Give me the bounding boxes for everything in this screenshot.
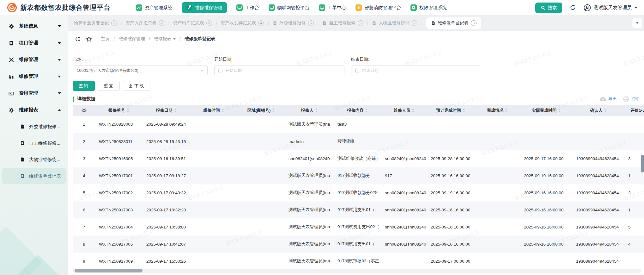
nav-item-6[interactable]: 智慧消防管理平台 — [355, 4, 401, 11]
favorite-star-icon[interactable] — [86, 36, 92, 42]
cell: 测试版天农管理员(tna — [285, 218, 334, 235]
tab-5[interactable]: 外委维修报修5 — [273, 20, 314, 26]
nav-item-3[interactable]: 工作台 — [236, 4, 259, 11]
cell — [427, 116, 474, 133]
download-button[interactable]: 下载 — [123, 81, 150, 91]
chevron-down-icon — [58, 42, 61, 44]
sort-icon[interactable] — [558, 109, 561, 112]
start-date-input[interactable] — [225, 68, 341, 73]
horizontal-scrollbar-thumb[interactable] — [75, 269, 143, 272]
user-menu[interactable]: 测试版天农管理员 — [584, 4, 637, 11]
cell: snn082401(snn08240 — [285, 150, 334, 167]
refresh-icon[interactable] — [570, 4, 576, 11]
table-row[interactable]: 7WXTN2509170042025-09-17 10:38:00测试版天农管理… — [73, 218, 644, 235]
nav-item-2[interactable]: 维修维保管理 — [182, 2, 227, 13]
cell: 啛啛喳喳 — [334, 133, 381, 150]
export-link[interactable]: 导出 — [599, 96, 617, 102]
sort-icon[interactable] — [315, 109, 318, 112]
sort-icon[interactable] — [505, 109, 507, 112]
column-header-8[interactable]: 预计完成时间 — [427, 105, 474, 116]
vertical-scrollbar[interactable] — [641, 155, 644, 188]
sort-icon[interactable] — [127, 109, 129, 112]
tab-3[interactable]: 资产出库汇总表3 — [173, 20, 212, 26]
cell: 5 — [624, 218, 644, 235]
chevron-down-icon — [200, 69, 204, 72]
cell — [520, 253, 572, 270]
breadcrumb-item-4[interactable]: 维修派单登记表 — [185, 36, 216, 42]
nav-item-7[interactable]: 权限管理系统 — [410, 4, 447, 11]
cell — [474, 184, 520, 201]
table-row[interactable]: 2WXTN2508280112025-08-28 15:43:15tnadmin… — [73, 133, 644, 150]
sort-icon[interactable] — [604, 109, 607, 112]
tab-7[interactable]: 大物业维修统计7 — [372, 20, 417, 26]
column-header-5[interactable]: 报修人 — [285, 105, 334, 116]
start-date-picker[interactable] — [214, 66, 344, 75]
cell: 2025-09-17 16:00:00 — [520, 150, 572, 167]
column-header-1[interactable]: 报修单号 — [95, 105, 143, 116]
sidebar-item-2[interactable]: 项目管理 — [0, 34, 68, 51]
column-header-6[interactable]: 报修内容 — [334, 105, 381, 116]
tab-1[interactable]: 预算单业务变更记1 — [74, 20, 117, 26]
end-date-label: 结束日期: — [351, 57, 481, 62]
table-row[interactable]: 5WXTN2509170022025-09-17 09:40:32测试版天农管理… — [73, 184, 644, 201]
monitor-system-icon — [319, 4, 325, 11]
table-row[interactable]: 9WXTN2509170092025-09-17 15:50:26测试版天农管理… — [73, 253, 644, 270]
column-header-9[interactable]: 完成情况 — [474, 105, 520, 116]
sidebar-item-6[interactable]: 维修报表 — [0, 102, 68, 118]
cell: 测试维修收款（商铺） — [334, 150, 381, 167]
breadcrumb-item-2[interactable]: 维修维保管理 — [118, 36, 145, 42]
breadcrumb-item-3[interactable]: 维修报表 — [154, 36, 176, 42]
sort-icon[interactable] — [463, 109, 465, 112]
column-header-3[interactable]: 维修时间 — [190, 105, 237, 116]
nav-item-5[interactable]: 工单中心 — [319, 4, 346, 11]
sidebar-item-5[interactable]: 费用管理 — [0, 85, 68, 102]
sidebar-item-3[interactable]: 维保管理 — [0, 51, 68, 68]
tab-count-badge: 7 — [412, 20, 417, 26]
tab-8[interactable]: 维修派单登记表8 — [426, 17, 481, 29]
query-button[interactable]: 查询 — [73, 81, 95, 91]
sidebar-subitem-3[interactable]: 大物业维修统... — [0, 151, 68, 168]
sidebar-item-4[interactable]: 维修管理 — [0, 68, 68, 85]
nav-item-4[interactable]: 物联网管控平台 — [269, 4, 310, 11]
end-date-input[interactable] — [362, 68, 477, 73]
sidebar-subitem-4[interactable]: 维修派单登记表 — [2, 168, 66, 184]
table-row[interactable]: 4WXTN2509170012025-09-17 09:18:27测试版天农管理… — [73, 167, 644, 184]
print-link[interactable]: 打印 — [623, 96, 640, 102]
tab-4[interactable]: 资产收发存汇总表4 — [221, 20, 264, 26]
breadcrumb-item-1[interactable]: 主页 — [101, 36, 110, 42]
sidebar-item-1[interactable]: 基础信息 — [0, 18, 68, 34]
sort-icon[interactable] — [412, 109, 414, 112]
reset-button[interactable]: 重置 — [98, 81, 120, 91]
column-header-11[interactable]: 确认人 — [572, 105, 624, 116]
tab-6[interactable]: 自主维修报修6 — [322, 20, 363, 26]
tab-list-dropdown-button[interactable] — [632, 18, 642, 28]
column-header-4[interactable]: 区域(商铺号) — [237, 105, 285, 116]
table-row[interactable]: 1WXTN2508280032025-08-28 09:49:24测试版天农管理… — [73, 116, 644, 133]
market-select[interactable]: 10001.浙江天农市场管理有限公司 — [73, 66, 208, 75]
end-date-picker[interactable] — [351, 66, 481, 75]
table-row[interactable]: 3WXTN2509160052025-09-16 16:39:51snn0824… — [73, 150, 644, 167]
table-row[interactable]: 8WXTN2509170052025-09-17 10:41:07测试版天农管理… — [73, 235, 644, 253]
column-settings-icon — [81, 108, 87, 113]
table-row[interactable]: 6WXTN2509170032025-09-17 10:32:28测试版天农管理… — [73, 201, 644, 218]
sort-icon[interactable] — [365, 109, 368, 112]
tab-2[interactable]: 资产入库汇总表2 — [125, 20, 164, 26]
column-header-12[interactable]: 评价1-5星 — [624, 105, 644, 116]
top-navigation: 资产管理系统维修维保管理工作台物联网管控平台工单中心智慧消防管理平台权限管理系统 — [136, 2, 447, 13]
column-header-10[interactable]: 实际完成时间 — [520, 105, 572, 116]
sort-icon[interactable] — [272, 109, 275, 112]
cell: WXTN250917009 — [95, 253, 143, 270]
sidebar-subitem-2[interactable]: 自主维修报修... — [0, 135, 68, 151]
column-header-2[interactable]: 报修日期 — [143, 105, 190, 116]
nav-item-1[interactable]: 资产管理系统 — [136, 4, 172, 11]
sort-icon[interactable] — [222, 109, 224, 112]
vertical-scrollbar-thumb[interactable] — [641, 155, 644, 172]
sidebar: 基础信息项目管理维保管理维修管理费用管理维修报表外委维修报修...自主维修报修.… — [0, 15, 68, 275]
column-header-7[interactable]: 维修人员 — [381, 105, 427, 116]
sort-icon[interactable] — [174, 109, 177, 112]
sidebar-subitem-1[interactable]: 外委维修报修... — [0, 118, 68, 135]
column-settings[interactable] — [73, 105, 95, 116]
horizontal-scrollbar[interactable] — [73, 269, 641, 273]
collapse-sidebar-icon[interactable] — [75, 36, 81, 42]
search-button[interactable]: 搜索 — [535, 3, 562, 13]
